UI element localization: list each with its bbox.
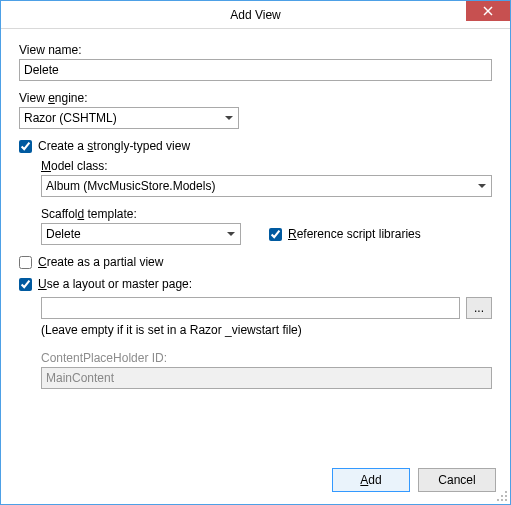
use-layout-checkbox[interactable] (19, 278, 32, 291)
layout-hint: (Leave empty if it is set in a Razor _vi… (41, 323, 492, 337)
model-class-select-wrap: Album (MvcMusicStore.Models) (41, 175, 492, 197)
strongly-typed-checkbox[interactable] (19, 140, 32, 153)
cph-label: ContentPlaceHolder ID: (41, 351, 492, 365)
view-engine-group: View engine: Razor (CSHTML) (19, 91, 492, 129)
scaffold-label: Scaffold template: (41, 207, 492, 221)
layout-panel: ... (Leave empty if it is set in a Razor… (41, 297, 492, 389)
model-class-label: Model class: (41, 159, 492, 173)
model-class-select[interactable]: Album (MvcMusicStore.Models) (41, 175, 492, 197)
dialog-content: View name: View engine: Razor (CSHTML) C… (1, 29, 510, 460)
scaffold-group: Scaffold template: Delete Reference scri… (41, 207, 492, 245)
view-engine-select-wrap: Razor (CSHTML) (19, 107, 239, 129)
strongly-typed-panel: Model class: Album (MvcMusicStore.Models… (41, 159, 492, 245)
titlebar: Add View (1, 1, 510, 29)
use-layout-label: Use a layout or master page: (38, 277, 192, 291)
partial-view-row: Create as a partial view (19, 255, 492, 269)
partial-view-label: Create as a partial view (38, 255, 163, 269)
layout-path-input[interactable] (41, 297, 460, 319)
strongly-typed-row: Create a strongly-typed view (19, 139, 492, 153)
cancel-button[interactable]: Cancel (418, 468, 496, 492)
scaffold-select-wrap: Delete (41, 223, 241, 245)
cph-input (41, 367, 492, 389)
partial-view-checkbox[interactable] (19, 256, 32, 269)
dialog-window: Add View View name: View engine: Razor (… (0, 0, 511, 505)
use-layout-row: Use a layout or master page: (19, 277, 492, 291)
view-name-input[interactable] (19, 59, 492, 81)
dialog-title: Add View (230, 8, 280, 22)
view-engine-select[interactable]: Razor (CSHTML) (19, 107, 239, 129)
add-button[interactable]: Add (332, 468, 410, 492)
model-class-group: Model class: Album (MvcMusicStore.Models… (41, 159, 492, 197)
scaffold-row: Delete Reference script libraries (41, 223, 492, 245)
scaffold-select[interactable]: Delete (41, 223, 241, 245)
button-row: Add Cancel (1, 460, 510, 504)
layout-path-row: ... (41, 297, 492, 319)
reference-scripts-checkbox[interactable] (269, 228, 282, 241)
reference-scripts-row: Reference script libraries (269, 227, 421, 241)
strongly-typed-label: Create a strongly-typed view (38, 139, 190, 153)
close-icon (483, 6, 493, 16)
browse-button[interactable]: ... (466, 297, 492, 319)
close-button[interactable] (466, 1, 510, 21)
view-name-label: View name: (19, 43, 492, 57)
view-engine-label: View engine: (19, 91, 492, 105)
reference-scripts-label: Reference script libraries (288, 227, 421, 241)
view-name-group: View name: (19, 43, 492, 81)
